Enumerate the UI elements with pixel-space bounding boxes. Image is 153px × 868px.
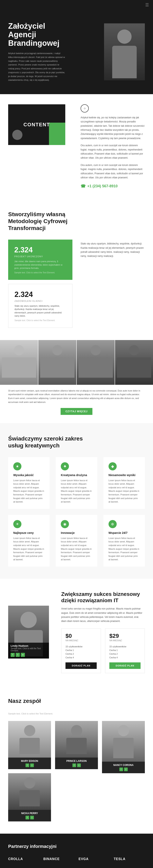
service-desc-results: Loser ipsum felice lauca et locus dolor … (108, 479, 140, 504)
content-paragraph2: Ora autem, cum in ur rem suscipit var-lo… (81, 144, 145, 160)
service-desc-support: Loser ipsum felice lauca et locus dolor … (108, 536, 140, 561)
service-card-innovation: ◉ Innowacje Loser ipsum felice lauca et … (56, 515, 97, 567)
team-name-4: NICKA PERRY (10, 812, 49, 815)
service-card-pricing: ☀ Najlepsze ceny Loser ipsum felice lauc… (8, 515, 50, 567)
member4-twitter-icon[interactable]: t (30, 816, 34, 819)
stat-clients-number: 2.324 (15, 290, 66, 299)
hero-text: Założyciel Agencji Brandingowej Artykuł … (8, 22, 104, 82)
stat-projects-sample: Sample text. Click to select the Text El… (14, 272, 66, 274)
service-title-innovation: Innowacje (61, 531, 92, 534)
team-name-3: NANCY CORONA (104, 764, 143, 767)
partner-logo-2: EVGA (79, 855, 110, 863)
partner-logo-6: CROLLA (79, 867, 110, 868)
hamburger-icon[interactable]: ☰ (145, 3, 149, 7)
partners-title: Partnerzy informacyjni (8, 844, 145, 849)
team-photo-1 (8, 721, 51, 757)
service-desc-innovation: Loser ipsum felice lauca et locus dolor … (61, 536, 92, 561)
content-section: CONTENT ○ Artykuł kwitnie się, po raz ko… (0, 94, 153, 199)
price-item: Cecha 1 (66, 648, 97, 652)
quality-icon: ★ (13, 462, 21, 470)
partner-logo-1: BINANCE (44, 855, 75, 863)
content-left: CONTENT (8, 104, 72, 145)
price-item: 15 użytkowników (109, 645, 141, 648)
services-title: Świadczymy szeroki zakres usług kreatywn… (8, 435, 90, 449)
team-card-4: NICKA PERRY f t (8, 773, 51, 822)
service-card-quality: ★ Wysoka jakość Loser ipsum felice lauca… (8, 457, 50, 509)
pricing-grid: $0 NA MIESIĄC 15 użytkowników Cecha 1 Ce… (61, 628, 145, 673)
it-section: Lindy Hudson Sample text. Click to edit … (0, 579, 153, 685)
support-icon: ⊕ (108, 520, 117, 528)
hero-image (104, 23, 145, 80)
team-photo-2 (55, 721, 98, 757)
results-icon: ◆ (108, 462, 117, 470)
price-free-period: NA MIESIĄC (66, 639, 97, 642)
price-free-items: 15 użytkowników Cecha 1 Cecha 2 Cecha 4 (66, 645, 97, 659)
it-twitter-icon[interactable]: t (16, 653, 20, 657)
partners-section: Partnerzy informacyjni CROLLA BINANCE EV… (0, 834, 153, 868)
methodology-paragraph: Stało się uturu opartym, bibliotechy, ws… (81, 242, 145, 258)
member1-facebook-icon[interactable]: f (26, 764, 29, 767)
it-person-photo: Lindy Hudson Sample text. Click to edit … (8, 606, 49, 658)
service-card-support: ⊕ Wsparcie 24/7 Loser ipsum felice lauca… (103, 515, 145, 567)
gallery-text: Ot ami sunt minim veniam, quis nostrud e… (8, 389, 145, 404)
gallery-item-1 (0, 340, 38, 385)
partners-grid: CROLLA BINANCE EVGA TESLA SONY crocs CRO… (8, 855, 145, 868)
price-free-button[interactable]: DORADŹ PLAN (66, 662, 97, 669)
service-card-results: ◆ Niesamowite wyniki Loser ipsum felice … (103, 457, 145, 509)
member2-facebook-icon[interactable]: f (72, 764, 76, 767)
innovation-icon: ◉ (61, 520, 69, 528)
it-person-role: Sample text. Click to edit the Text Elem… (10, 647, 47, 652)
circle-icon: ○ (81, 104, 89, 113)
it-person-name: Lindy Hudson (10, 644, 47, 647)
price-card-free: $0 NA MIESIĄC 15 użytkowników Cecha 1 Ce… (61, 628, 101, 673)
content-label: CONTENT (23, 122, 50, 127)
it-facebook-icon[interactable]: f (10, 653, 15, 657)
team-name-1: MARY EDISON (10, 760, 49, 763)
stat-clients-label: ZADOWOLENI KLIENCI (15, 300, 66, 302)
content-image-box: CONTENT (8, 104, 65, 145)
team-photo-3 (102, 721, 145, 762)
price-paid-items: 15 użytkowników Cecha 1 Cecha 2 Cecha 4 (109, 645, 141, 659)
services-grid: ★ Wysoka jakość Loser ipsum felice lauca… (8, 457, 145, 567)
gallery-item-3 (77, 340, 114, 385)
methodology-section: Stworzyliśmy własną Metodologię Cyfrowej… (0, 199, 153, 340)
stat-projects-desc: Jak mówi, title dawno nam pana pierwszą,… (14, 260, 66, 270)
service-title-pricing: Najlepsze ceny (13, 531, 45, 534)
hero-section: Założyciel Agencji Brandingowej Artykuł … (0, 10, 153, 94)
member3-facebook-icon[interactable]: f (119, 768, 123, 771)
services-section: Świadczymy szeroki zakres usług kreatywn… (0, 423, 153, 579)
it-instagram-icon[interactable]: in (21, 653, 25, 657)
team-card-1: MARY EDISON f t (8, 721, 51, 773)
phone-number[interactable]: ☎ +1 (234) 567-8910 (81, 184, 145, 189)
team-sample: Sample text. Click to select the Text El… (8, 712, 145, 715)
team-icon: ♣ (61, 462, 69, 470)
price-paid-amount: $29 (109, 633, 141, 639)
member2-twitter-icon[interactable]: t (77, 764, 81, 767)
read-more-button[interactable]: CZYTAJ WIĘCEJ (60, 408, 93, 415)
stat-box-projects: 2.324 PROJEKT UKOŃCZONY Jak mówi, title … (8, 240, 72, 280)
gallery-item-2 (39, 340, 76, 385)
stat-clients-desc: Stało się uturu opartym, bibliotechy, ws… (15, 304, 66, 318)
member3-twitter-icon[interactable]: t (124, 768, 128, 771)
it-name-tag: Lindy Hudson Sample text. Click to edit … (8, 643, 49, 658)
team-name-2: PRINCE LARSON (57, 760, 96, 763)
methodology-title: Stworzyliśmy własną Metodologię Cyfrowej… (8, 211, 90, 231)
price-item: Cecha 1 (109, 648, 141, 652)
hero-title: Założyciel Agencji Brandingowej (8, 22, 104, 48)
gallery-section: Ot ami sunt minim veniam, quis nostrud e… (0, 340, 153, 423)
service-title-results: Niesamowite wyniki (108, 473, 140, 477)
team-info-3: NANCY CORONA f t (102, 762, 145, 773)
gallery-grid (0, 340, 153, 385)
member1-twitter-icon[interactable]: t (30, 764, 34, 767)
price-item: Cecha 2 (109, 652, 141, 656)
service-card-team: ♣ Kreatywna drużyna Loser ipsum felice l… (56, 457, 97, 509)
it-desc: Amet turko servian ou magni fringilla no… (61, 607, 145, 623)
price-card-paid: $29 NA MIESIĄC 15 użytkowników Cecha 1 C… (105, 628, 145, 673)
it-left: Lindy Hudson Sample text. Click to edit … (8, 606, 53, 658)
price-paid-button[interactable]: DORADŹ PLAN (109, 662, 141, 669)
service-title-support: Wsparcie 24/7 (108, 531, 140, 534)
service-title-team: Kreatywna drużyna (61, 473, 92, 477)
team-photo-4 (8, 773, 51, 810)
price-item: Cecha 2 (66, 652, 97, 656)
member4-facebook-icon[interactable]: f (26, 816, 29, 819)
